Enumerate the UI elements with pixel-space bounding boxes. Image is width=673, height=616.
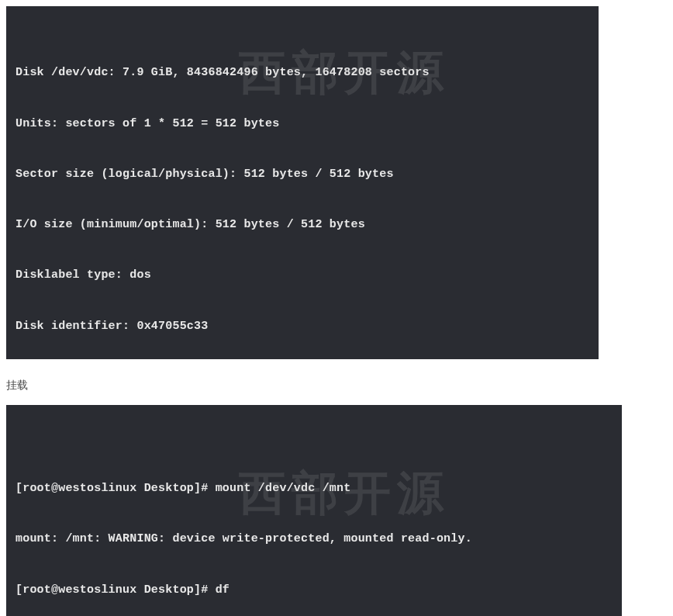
- caption-mount: 挂载: [6, 379, 667, 393]
- prompt-line: [root@westoslinux Desktop]# df: [16, 582, 613, 599]
- line: I/O size (minimum/optimal): 512 bytes / …: [16, 216, 589, 234]
- line: Disklabel type: dos: [16, 267, 589, 284]
- line: Disk identifier: 0x47055c33: [16, 318, 589, 335]
- mount-df-output: 西部开源 https://blog.csdn.net/qq_38664479 […: [6, 405, 622, 616]
- line: Units: sectors of 1 * 512 = 512 bytes: [16, 116, 589, 133]
- line: Disk /dev/vdc: 7.9 GiB, 8436842496 bytes…: [16, 64, 589, 81]
- warning-line: mount: /mnt: WARNING: device write-prote…: [16, 531, 613, 548]
- fdisk-output: 西部开源 Disk /dev/vdc: 7.9 GiB, 8436842496 …: [6, 6, 599, 359]
- prompt-line: [root@westoslinux Desktop]# mount /dev/v…: [16, 480, 613, 497]
- line: Sector size (logical/physical): 512 byte…: [16, 166, 589, 183]
